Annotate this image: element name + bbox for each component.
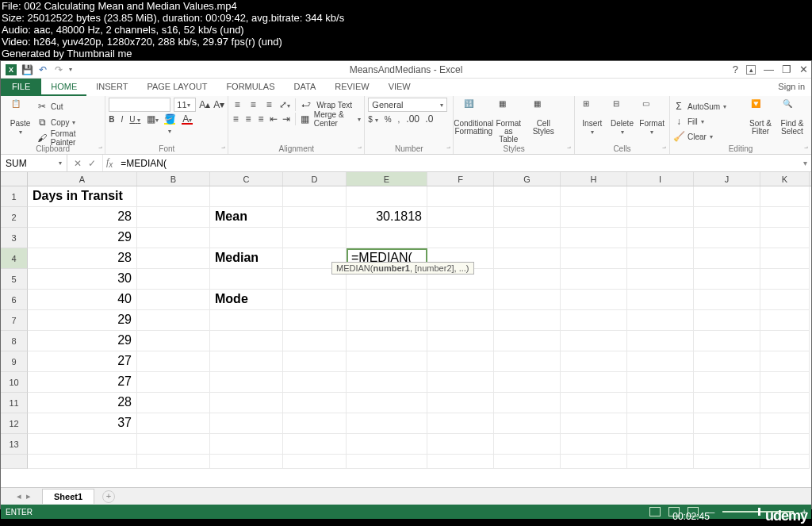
cell-J3[interactable] xyxy=(694,228,760,248)
sheet-nav-prev-icon[interactable]: ◂ xyxy=(17,491,21,501)
cut-button[interactable]: ✂Cut xyxy=(36,99,102,113)
border-icon[interactable]: ▦▾ xyxy=(147,113,158,125)
cell-D6[interactable] xyxy=(283,290,347,310)
col-header-A[interactable]: A xyxy=(28,172,137,186)
cell-A8[interactable]: 29 xyxy=(28,331,137,351)
cell-B6[interactable] xyxy=(137,290,210,310)
cell-I4[interactable] xyxy=(627,248,694,269)
col-header-J[interactable]: J xyxy=(694,172,760,186)
cell-F9[interactable] xyxy=(427,351,494,372)
cell-D1[interactable] xyxy=(283,186,347,207)
cell-B4[interactable] xyxy=(137,248,210,269)
cell-G10[interactable] xyxy=(494,372,561,393)
cell-G5[interactable] xyxy=(494,269,561,290)
expand-formula-bar-icon[interactable]: ▾ xyxy=(799,159,811,167)
cell-I6[interactable] xyxy=(627,290,694,310)
cell-E12[interactable] xyxy=(347,413,427,434)
cell-E13[interactable] xyxy=(347,434,427,455)
cell-K2[interactable] xyxy=(760,207,810,228)
cell-J1[interactable] xyxy=(694,186,760,207)
cell-G13[interactable] xyxy=(494,434,561,455)
cell-C2[interactable]: Mean xyxy=(210,207,283,228)
cell-E3[interactable] xyxy=(347,228,427,248)
cell-F13[interactable] xyxy=(427,434,494,455)
col-header-D[interactable]: D xyxy=(283,172,347,186)
cell-B12[interactable] xyxy=(137,413,210,434)
cell-F6[interactable] xyxy=(427,290,494,310)
ribbon-options-icon[interactable]: ▴ xyxy=(746,65,756,75)
row-header[interactable]: 3 xyxy=(1,228,28,248)
row-header[interactable]: 6 xyxy=(1,290,28,310)
row-header[interactable]: 11 xyxy=(1,393,28,413)
cell-J9[interactable] xyxy=(694,351,760,372)
row-header[interactable]: 7 xyxy=(1,310,28,331)
tab-data[interactable]: DATA xyxy=(285,79,326,96)
col-header-F[interactable]: F xyxy=(427,172,494,186)
cell-K13[interactable] xyxy=(760,434,810,455)
cell-H3[interactable] xyxy=(561,228,627,248)
cell-F3[interactable] xyxy=(427,228,494,248)
cell-I12[interactable] xyxy=(627,413,694,434)
cell-A13[interactable] xyxy=(28,434,137,455)
cell-G8[interactable] xyxy=(494,331,561,351)
underline-button[interactable]: U ▾ xyxy=(129,115,140,124)
cell-B2[interactable] xyxy=(137,207,210,228)
cell-B11[interactable] xyxy=(137,393,210,413)
row-header[interactable]: 4 xyxy=(1,248,28,269)
cell-I3[interactable] xyxy=(627,228,694,248)
cell-H8[interactable] xyxy=(561,331,627,351)
font-name-box[interactable] xyxy=(109,98,170,112)
delete-cells-button[interactable]: ⊟Delete▾ xyxy=(608,98,637,136)
cell-C11[interactable] xyxy=(210,393,283,413)
help-icon[interactable]: ? xyxy=(733,63,738,75)
sign-in-link[interactable]: Sign in xyxy=(772,79,811,96)
cell-J10[interactable] xyxy=(694,372,760,393)
cell-B5[interactable] xyxy=(137,269,210,290)
col-header-I[interactable]: I xyxy=(627,172,694,186)
row-header[interactable]: 9 xyxy=(1,351,28,372)
cell-F2[interactable] xyxy=(427,207,494,228)
paste-button[interactable]: 📋 Paste▾ xyxy=(4,98,36,145)
cell-K3[interactable] xyxy=(760,228,810,248)
cell-J5[interactable] xyxy=(694,269,760,290)
align-center-icon[interactable]: ≡ xyxy=(244,113,252,125)
row-header[interactable]: 13 xyxy=(1,434,28,455)
sort-filter-button[interactable]: 🔽Sort & Filter xyxy=(745,98,776,144)
cell-F1[interactable] xyxy=(427,186,494,207)
align-top-icon[interactable]: ≡ xyxy=(232,99,243,110)
align-bottom-icon[interactable]: ≡ xyxy=(263,99,274,110)
cell-C6[interactable]: Mode xyxy=(210,290,283,310)
cell-A5[interactable]: 30 xyxy=(28,269,137,290)
spreadsheet-grid[interactable]: A B C D E F G H I J K 1Days in Transit22… xyxy=(1,172,811,487)
tab-home[interactable]: HOME xyxy=(41,79,86,96)
cell-G11[interactable] xyxy=(494,393,561,413)
cell-H4[interactable] xyxy=(561,248,627,269)
cell-H12[interactable] xyxy=(561,413,627,434)
save-icon[interactable]: 💾 xyxy=(21,64,33,75)
cell-I7[interactable] xyxy=(627,310,694,331)
cell-H13[interactable] xyxy=(561,434,627,455)
cell-B9[interactable] xyxy=(137,351,210,372)
cell-H6[interactable] xyxy=(561,290,627,310)
cell-E8[interactable] xyxy=(347,331,427,351)
new-sheet-button[interactable]: + xyxy=(102,490,115,503)
minimize-icon[interactable]: — xyxy=(764,63,774,75)
cell-D8[interactable] xyxy=(283,331,347,351)
clear-button[interactable]: 🧹Clear ▾ xyxy=(673,129,745,144)
format-cells-button[interactable]: ▭Format▾ xyxy=(638,98,666,136)
cell-H10[interactable] xyxy=(561,372,627,393)
qat-dropdown-icon[interactable]: ▾ xyxy=(69,66,72,73)
cell-J2[interactable] xyxy=(694,207,760,228)
cell-B13[interactable] xyxy=(137,434,210,455)
decrease-font-icon[interactable]: A▾ xyxy=(213,99,224,110)
cell-F10[interactable] xyxy=(427,372,494,393)
col-header-G[interactable]: G xyxy=(494,172,561,186)
cell-C1[interactable] xyxy=(210,186,283,207)
cell-D12[interactable] xyxy=(283,413,347,434)
enter-formula-icon[interactable]: ✓ xyxy=(88,158,96,169)
italic-button[interactable]: I xyxy=(121,115,124,124)
tab-file[interactable]: FILE xyxy=(1,79,41,96)
cell-K5[interactable] xyxy=(760,269,810,290)
row-header[interactable]: 1 xyxy=(1,186,28,207)
cell-A6[interactable]: 40 xyxy=(28,290,137,310)
